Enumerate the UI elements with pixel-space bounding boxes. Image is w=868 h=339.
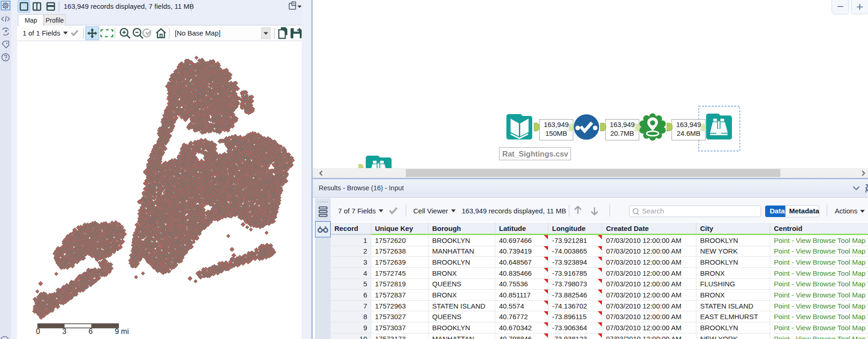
svg-text:150MB: 150MB (545, 129, 567, 137)
svg-text:163,949: 163,949 (544, 121, 569, 128)
svg-text:163,949: 163,949 (676, 121, 701, 128)
svg-text:Actions: Actions (835, 207, 857, 215)
svg-text:3: 3 (62, 327, 66, 335)
svg-text:Cell Viewer: Cell Viewer (413, 207, 448, 215)
svg-text:Search: Search (642, 207, 664, 215)
svg-text:7 of 7 Fields: 7 of 7 Fields (338, 207, 376, 215)
svg-text:6: 6 (89, 327, 93, 335)
svg-text:163,949 records displayed, 7 f: 163,949 records displayed, 7 fields, 11 … (64, 2, 194, 10)
svg-text:0: 0 (36, 327, 40, 335)
svg-text:Data: Data (770, 207, 785, 215)
svg-text:9 mi: 9 mi (115, 327, 129, 335)
svg-text:163,949 records displayed, 11: 163,949 records displayed, 11 MB (462, 207, 566, 215)
svg-text:1 of 1 Fields: 1 of 1 Fields (23, 29, 60, 37)
svg-text:20.7MB: 20.7MB (610, 129, 634, 137)
svg-text:Metadata: Metadata (789, 207, 820, 215)
svg-text:24.6MB: 24.6MB (677, 129, 701, 137)
svg-text:[No Base Map]: [No Base Map] (175, 29, 220, 37)
svg-text:Rat_Sightings.csv: Rat_Sightings.csv (502, 150, 569, 158)
svg-text:163,949: 163,949 (610, 121, 635, 128)
